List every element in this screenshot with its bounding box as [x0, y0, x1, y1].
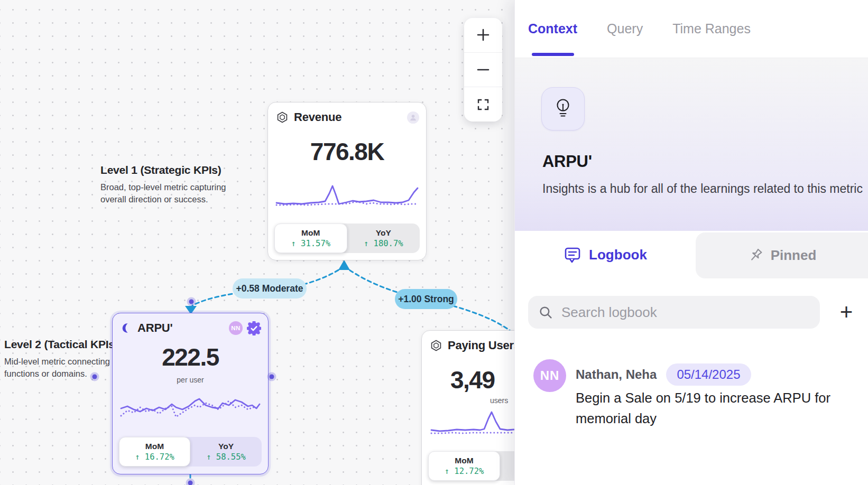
- search-icon: [539, 305, 553, 320]
- yoy-toggle[interactable]: [500, 451, 514, 481]
- sparkline-chart: [429, 408, 514, 440]
- edge-correlation-badge-strong[interactable]: +1.00 Strong: [395, 289, 457, 309]
- entry-author-name: Nathan, Neha: [576, 367, 657, 382]
- mom-value: ↑ 16.72%: [135, 452, 174, 462]
- metric-unit: users: [490, 396, 508, 405]
- connection-handle[interactable]: [270, 375, 274, 379]
- tab-context[interactable]: Context: [528, 0, 577, 58]
- yoy-value: ↑ 180.7%: [364, 239, 403, 248]
- metric-card-paying-users[interactable]: Paying Users' 3,49 users MoM ↑ 12.72%: [421, 330, 514, 485]
- hexagon-metric-icon: [430, 339, 442, 352]
- connection-handle[interactable]: [188, 481, 193, 485]
- metric-tree-canvas[interactable]: Level 1 (Strategic KPIs) Broad, top-leve…: [0, 0, 514, 485]
- tab-pinned[interactable]: Pinned: [696, 232, 868, 278]
- pinned-tab-label: Pinned: [771, 247, 817, 264]
- insight-tile: [541, 87, 585, 130]
- entry-meta-row: Nathan, Neha 05/14/2025: [576, 363, 751, 386]
- add-logbook-entry-button[interactable]: +: [833, 299, 860, 325]
- mom-label: MoM: [455, 456, 473, 465]
- revenue-card-header: Revenue: [276, 109, 419, 125]
- tab-time-ranges[interactable]: Time Ranges: [672, 0, 751, 58]
- entry-author-avatar: NN: [533, 359, 566, 392]
- mom-toggle[interactable]: MoM ↑ 16.72%: [119, 437, 190, 467]
- mom-label: MoM: [301, 228, 320, 238]
- level-1-title: Level 1 (Strategic KPIs): [100, 164, 235, 176]
- logbook-pinned-tabs: Logbook Pinned: [515, 231, 868, 278]
- entry-date-badge: 05/14/2025: [666, 363, 751, 386]
- mom-toggle[interactable]: MoM ↑ 31.57%: [274, 223, 347, 253]
- level-1-description: Broad, top-level metric capturing overal…: [100, 181, 235, 206]
- metric-unit: per user: [113, 376, 268, 384]
- plus-icon: [476, 27, 491, 42]
- sparkline-chart: [120, 393, 261, 426]
- verified-badge-icon: [247, 321, 261, 335]
- tab-query[interactable]: Query: [607, 0, 643, 58]
- metric-value: 776.8K: [268, 137, 426, 166]
- owner-avatar-icon: [407, 111, 419, 124]
- arpu-card-header: ARPU' NN: [121, 320, 261, 336]
- connection-handle[interactable]: [189, 300, 194, 304]
- context-side-panel: Context Query Time Ranges ARPU' Insights…: [514, 0, 868, 485]
- metric-context-hero: ARPU' Insights is a hub for all of the l…: [515, 58, 868, 231]
- entry-body-text: Begin a Sale on 5/19 to increase ARPU fo…: [576, 388, 864, 429]
- paying-users-card-header: Paying Users': [430, 338, 514, 353]
- handle-halo: [187, 297, 196, 306]
- logbook-search: [528, 296, 820, 329]
- zoom-out-button[interactable]: [464, 52, 502, 87]
- period-toggle: MoM ↑ 16.72% YoY ↑ 58.55%: [119, 437, 262, 467]
- level-1-label: Level 1 (Strategic KPIs) Broad, top-leve…: [100, 164, 235, 206]
- mom-value: ↑ 31.57%: [291, 239, 330, 248]
- logbook-icon: [564, 246, 581, 264]
- search-input[interactable]: [561, 304, 809, 321]
- metric-card-arpu[interactable]: ARPU' NN 222.5 pe: [112, 313, 269, 474]
- hexagon-metric-icon: [276, 111, 289, 124]
- metric-value: 222.5: [113, 343, 268, 371]
- fullscreen-icon: [477, 98, 490, 111]
- minus-icon: [476, 62, 491, 77]
- mom-value: ↑ 12.72%: [445, 467, 484, 476]
- canvas-zoom-toolbar: [464, 18, 502, 122]
- mom-toggle[interactable]: MoM ↑ 12.72%: [428, 451, 500, 481]
- owner-avatar: NN: [229, 321, 243, 335]
- metric-value: 3,49: [450, 366, 495, 394]
- metric-title: Revenue: [294, 110, 341, 124]
- fit-view-button[interactable]: [464, 87, 502, 122]
- crescent-moon-icon: [121, 322, 132, 334]
- panel-tab-bar: Context Query Time Ranges: [515, 0, 868, 58]
- metric-tree-app: Level 1 (Strategic KPIs) Broad, top-leve…: [0, 0, 868, 485]
- sparkline-chart: [275, 181, 419, 213]
- period-toggle: MoM ↑ 31.57% YoY ↑ 180.7%: [274, 223, 420, 253]
- metric-title: ARPU': [137, 321, 173, 335]
- tab-logbook[interactable]: Logbook: [515, 231, 696, 278]
- edge-correlation-badge-moderate[interactable]: +0.58 Moderate: [233, 278, 307, 299]
- handle-halo: [267, 372, 276, 381]
- yoy-toggle[interactable]: YoY ↑ 180.7%: [347, 223, 420, 253]
- mom-label: MoM: [145, 442, 164, 451]
- period-toggle: MoM ↑ 12.72%: [428, 451, 514, 481]
- metric-card-revenue[interactable]: Revenue 776.8K MoM ↑ 31.57% YoY: [267, 102, 427, 260]
- lightbulb-icon: [555, 98, 571, 120]
- zoom-in-button[interactable]: [464, 18, 502, 52]
- logbook-tab-label: Logbook: [589, 247, 647, 263]
- metric-description: Insights is a hub for all of the learnin…: [542, 180, 867, 198]
- logbook-entry[interactable]: NN Nathan, Neha 05/14/2025 Begin a Sale …: [515, 355, 868, 440]
- yoy-label: YoY: [218, 442, 234, 451]
- yoy-value: ↑ 58.55%: [206, 452, 246, 462]
- pushpin-icon: [747, 248, 763, 264]
- arrowhead-up-icon: [338, 260, 350, 270]
- yoy-label: YoY: [376, 228, 391, 238]
- yoy-toggle[interactable]: YoY ↑ 58.55%: [190, 437, 262, 467]
- metric-name-heading: ARPU': [542, 152, 592, 171]
- handle-halo: [186, 479, 195, 485]
- metric-title: Paying Users': [448, 339, 514, 352]
